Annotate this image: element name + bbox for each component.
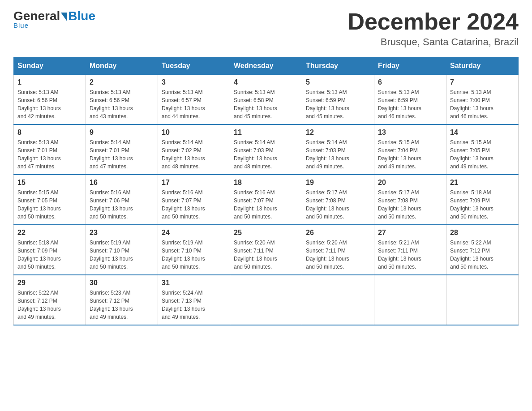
day-number: 21: [450, 179, 515, 187]
day-number: 3: [162, 78, 226, 86]
table-row: 25Sunrise: 5:20 AMSunset: 7:11 PMDayligh…: [230, 225, 302, 275]
day-number: 20: [378, 179, 442, 187]
table-row: 10Sunrise: 5:14 AMSunset: 7:02 PMDayligh…: [158, 124, 230, 175]
table-row: 7Sunrise: 5:13 AMSunset: 7:00 PMDaylight…: [446, 75, 519, 125]
day-info: Sunrise: 5:14 AMSunset: 7:02 PMDaylight:…: [162, 138, 226, 171]
table-row: [446, 275, 519, 325]
day-number: 22: [17, 229, 82, 237]
table-row: 3Sunrise: 5:13 AMSunset: 6:57 PMDaylight…: [158, 75, 230, 125]
calendar-week-row: 8Sunrise: 5:13 AMSunset: 7:01 PMDaylight…: [14, 124, 519, 175]
table-row: 26Sunrise: 5:20 AMSunset: 7:11 PMDayligh…: [302, 225, 374, 275]
day-number: 8: [17, 128, 82, 137]
day-info: Sunrise: 5:14 AMSunset: 7:03 PMDaylight:…: [306, 138, 370, 171]
calendar-week-row: 22Sunrise: 5:18 AMSunset: 7:09 PMDayligh…: [14, 225, 519, 275]
day-number: 28: [450, 229, 515, 237]
table-row: 6Sunrise: 5:13 AMSunset: 6:59 PMDaylight…: [374, 75, 446, 125]
day-number: 27: [378, 229, 442, 237]
day-info: Sunrise: 5:18 AMSunset: 7:09 PMDaylight:…: [450, 188, 515, 221]
table-row: [230, 275, 302, 325]
logo-arrow-icon: [61, 13, 67, 21]
table-row: 16Sunrise: 5:16 AMSunset: 7:06 PMDayligh…: [86, 175, 158, 225]
table-row: 20Sunrise: 5:17 AMSunset: 7:08 PMDayligh…: [374, 175, 446, 225]
day-number: 9: [90, 128, 154, 137]
table-row: 27Sunrise: 5:21 AMSunset: 7:11 PMDayligh…: [374, 225, 446, 275]
table-row: 1Sunrise: 5:13 AMSunset: 6:56 PMDaylight…: [14, 75, 86, 125]
day-number: 29: [17, 279, 82, 287]
day-info: Sunrise: 5:24 AMSunset: 7:13 PMDaylight:…: [162, 289, 226, 321]
calendar-header-row: Sunday Monday Tuesday Wednesday Thursday…: [14, 57, 519, 75]
table-row: 8Sunrise: 5:13 AMSunset: 7:01 PMDaylight…: [14, 124, 86, 175]
calendar-week-row: 15Sunrise: 5:15 AMSunset: 7:05 PMDayligh…: [14, 175, 519, 225]
col-sunday: Sunday: [14, 57, 86, 75]
day-info: Sunrise: 5:16 AMSunset: 7:06 PMDaylight:…: [90, 188, 154, 221]
day-info: Sunrise: 5:18 AMSunset: 7:09 PMDaylight:…: [17, 239, 82, 271]
col-saturday: Saturday: [446, 57, 519, 75]
logo: General Blue Blue: [13, 9, 95, 29]
day-number: 31: [162, 279, 226, 287]
day-number: 18: [234, 179, 298, 187]
table-row: 17Sunrise: 5:16 AMSunset: 7:07 PMDayligh…: [158, 175, 230, 225]
day-info: Sunrise: 5:13 AMSunset: 7:01 PMDaylight:…: [17, 138, 82, 171]
day-info: Sunrise: 5:13 AMSunset: 6:59 PMDaylight:…: [306, 88, 370, 120]
table-row: 15Sunrise: 5:15 AMSunset: 7:05 PMDayligh…: [14, 175, 86, 225]
day-info: Sunrise: 5:20 AMSunset: 7:11 PMDaylight:…: [234, 239, 298, 271]
day-info: Sunrise: 5:17 AMSunset: 7:08 PMDaylight:…: [306, 188, 370, 221]
table-row: 22Sunrise: 5:18 AMSunset: 7:09 PMDayligh…: [14, 225, 86, 275]
day-info: Sunrise: 5:13 AMSunset: 6:59 PMDaylight:…: [378, 88, 442, 120]
table-row: 31Sunrise: 5:24 AMSunset: 7:13 PMDayligh…: [158, 275, 230, 325]
day-number: 16: [90, 179, 154, 187]
table-row: 9Sunrise: 5:14 AMSunset: 7:01 PMDaylight…: [86, 124, 158, 175]
day-info: Sunrise: 5:15 AMSunset: 7:04 PMDaylight:…: [378, 138, 442, 171]
table-row: 24Sunrise: 5:19 AMSunset: 7:10 PMDayligh…: [158, 225, 230, 275]
table-row: 12Sunrise: 5:14 AMSunset: 7:03 PMDayligh…: [302, 124, 374, 175]
day-number: 11: [234, 128, 298, 137]
day-number: 17: [162, 179, 226, 187]
day-info: Sunrise: 5:23 AMSunset: 7:12 PMDaylight:…: [90, 289, 154, 321]
logo-blue-text: Blue: [68, 9, 95, 23]
col-tuesday: Tuesday: [158, 57, 230, 75]
day-number: 4: [234, 78, 298, 86]
day-number: 30: [90, 279, 154, 287]
day-info: Sunrise: 5:16 AMSunset: 7:07 PMDaylight:…: [234, 188, 298, 221]
day-number: 13: [378, 128, 442, 137]
day-info: Sunrise: 5:14 AMSunset: 7:01 PMDaylight:…: [90, 138, 154, 171]
col-friday: Friday: [374, 57, 446, 75]
day-info: Sunrise: 5:13 AMSunset: 6:58 PMDaylight:…: [234, 88, 298, 120]
day-number: 1: [17, 78, 82, 86]
day-info: Sunrise: 5:21 AMSunset: 7:11 PMDaylight:…: [378, 239, 442, 271]
col-thursday: Thursday: [302, 57, 374, 75]
table-row: 2Sunrise: 5:13 AMSunset: 6:56 PMDaylight…: [86, 75, 158, 125]
table-row: 18Sunrise: 5:16 AMSunset: 7:07 PMDayligh…: [230, 175, 302, 225]
table-row: 30Sunrise: 5:23 AMSunset: 7:12 PMDayligh…: [86, 275, 158, 325]
page-header: General Blue Blue December 2024 Brusque,…: [13, 9, 519, 48]
day-number: 6: [378, 78, 442, 86]
table-row: 5Sunrise: 5:13 AMSunset: 6:59 PMDaylight…: [302, 75, 374, 125]
table-row: 13Sunrise: 5:15 AMSunset: 7:04 PMDayligh…: [374, 124, 446, 175]
day-info: Sunrise: 5:14 AMSunset: 7:03 PMDaylight:…: [234, 138, 298, 171]
day-number: 2: [90, 78, 154, 86]
table-row: 28Sunrise: 5:22 AMSunset: 7:12 PMDayligh…: [446, 225, 519, 275]
day-info: Sunrise: 5:19 AMSunset: 7:10 PMDaylight:…: [162, 239, 226, 271]
location-title: Brusque, Santa Catarina, Brazil: [348, 36, 519, 48]
title-section: December 2024 Brusque, Santa Catarina, B…: [348, 9, 519, 48]
table-row: 14Sunrise: 5:15 AMSunset: 7:05 PMDayligh…: [446, 124, 519, 175]
table-row: 29Sunrise: 5:22 AMSunset: 7:12 PMDayligh…: [14, 275, 86, 325]
day-number: 5: [306, 78, 370, 86]
day-number: 10: [162, 128, 226, 137]
day-number: 12: [306, 128, 370, 137]
day-number: 24: [162, 229, 226, 237]
table-row: [374, 275, 446, 325]
month-title: December 2024: [348, 9, 519, 34]
day-number: 26: [306, 229, 370, 237]
day-info: Sunrise: 5:22 AMSunset: 7:12 PMDaylight:…: [450, 239, 515, 271]
day-info: Sunrise: 5:19 AMSunset: 7:10 PMDaylight:…: [90, 239, 154, 271]
day-info: Sunrise: 5:13 AMSunset: 7:00 PMDaylight:…: [450, 88, 515, 120]
calendar-week-row: 1Sunrise: 5:13 AMSunset: 6:56 PMDaylight…: [14, 75, 519, 125]
day-number: 14: [450, 128, 515, 137]
col-wednesday: Wednesday: [230, 57, 302, 75]
col-monday: Monday: [86, 57, 158, 75]
table-row: 23Sunrise: 5:19 AMSunset: 7:10 PMDayligh…: [86, 225, 158, 275]
day-number: 23: [90, 229, 154, 237]
day-info: Sunrise: 5:13 AMSunset: 6:57 PMDaylight:…: [162, 88, 226, 120]
day-number: 19: [306, 179, 370, 187]
